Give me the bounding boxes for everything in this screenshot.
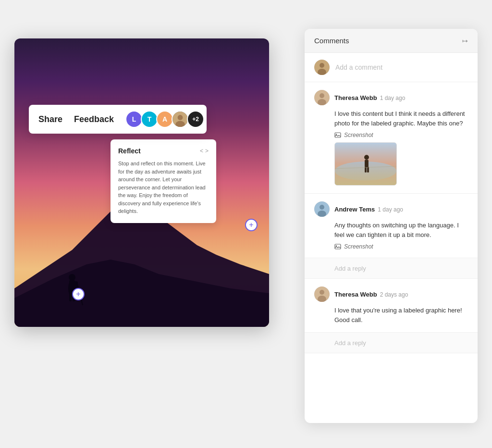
comment-2-header: Andrew Tems 1 day ago [314,201,468,217]
screenshot-icon-2 [334,243,341,250]
svg-rect-16 [335,133,341,137]
avatar-photo[interactable] [172,111,189,128]
add-annotation-button-2[interactable]: + [245,219,258,231]
reflect-text: Stop and reflect on this moment. Live fo… [118,160,209,215]
screenshot-content [335,142,396,186]
add-reply-row-3[interactable]: Add a reply [305,333,478,353]
add-comment-input[interactable]: Add a comment [335,63,468,71]
comment-3-meta: Theresa Webb 2 days ago [334,291,408,298]
add-reply-row-2[interactable]: Add a reply [305,258,478,279]
add-reply-input-2[interactable]: Add a reply [334,265,366,272]
theresa-avatar-icon-2 [314,286,330,302]
current-user-icon [314,60,330,75]
avatar-more[interactable]: +2 [187,111,204,128]
slide-canvas: Reflect < > Stop and reflect on this mom… [14,38,269,327]
comment-item-1: Theresa Webb 1 day ago I love this conte… [305,82,478,194]
add-annotation-button-3[interactable]: + [72,288,85,300]
comments-title: Comments [314,37,349,45]
share-button[interactable]: Share [38,114,62,124]
screenshot-preview-1 [334,142,397,186]
comment-3-author: Theresa Webb [334,291,377,298]
svg-point-26 [320,205,324,210]
comment-item-2: Andrew Tems 1 day ago Any thoughts on sw… [305,194,478,258]
comment-1-screenshot-label[interactable]: Screenshot [334,132,468,138]
comment-2-screenshot-label[interactable]: Screenshot [334,243,468,250]
comment-2-time: 1 day ago [378,206,403,213]
svg-rect-21 [365,160,369,167]
add-comment-row[interactable]: Add a comment [305,53,478,82]
comment-1-time: 1 day ago [380,95,406,101]
toolbar: Share Feedback L T A +2 [29,105,207,134]
next-arrow[interactable]: > [205,148,209,154]
comment-3-text: I love that you're using a labeled graph… [334,306,468,324]
avatar-T[interactable]: T [141,111,158,128]
feedback-button[interactable]: Feedback [74,114,114,124]
comment-item-3: Theresa Webb 2 days ago I love that you'… [305,279,478,333]
comments-body: Add a comment Theresa Webb 1 day ago I l… [305,53,478,423]
screenshot-icon [334,132,341,138]
comment-2-text: Any thoughts on switching up the languag… [334,221,468,239]
svg-point-4 [69,274,75,281]
avatar-L[interactable]: L [125,111,143,128]
comments-panel: Comments ↦ Add a comment [305,29,478,423]
svg-point-14 [320,93,324,98]
comment-1-avatar [314,90,330,105]
svg-point-31 [320,290,324,295]
screenshot-image [335,143,396,185]
reflect-nav-arrows[interactable]: < > [200,148,209,154]
comment-3-time: 2 days ago [380,291,408,298]
comment-2-author: Andrew Tems [334,206,375,213]
comment-3-avatar [314,286,330,302]
expand-panel-button[interactable]: ↦ [462,37,468,45]
collaborators-avatars: L T A +2 [125,111,204,128]
reflect-card-header: Reflect < > [118,147,209,155]
screenshot-label-2: Screenshot [344,243,373,250]
comments-header: Comments ↦ [305,29,478,53]
svg-point-11 [320,63,324,68]
svg-rect-28 [335,244,341,249]
reflect-card: Reflect < > Stop and reflect on this mom… [111,139,216,223]
reflect-title: Reflect [118,147,141,155]
add-reply-input-3[interactable]: Add a reply [334,339,366,347]
comment-1-author: Theresa Webb [334,94,377,101]
current-user-avatar [314,60,330,75]
prev-arrow[interactable]: < [200,148,203,154]
avatar-A[interactable]: A [156,111,173,128]
comment-1-header: Theresa Webb 1 day ago [314,90,468,105]
svg-point-1 [178,115,183,120]
comment-1-text: I love this content but I think it needs… [334,109,468,128]
andrew-avatar-icon [314,201,330,217]
comment-2-meta: Andrew Tems 1 day ago [334,206,403,213]
comment-3-header: Theresa Webb 2 days ago [314,286,468,302]
user-photo-icon [172,111,188,128]
comment-1-meta: Theresa Webb 1 day ago [334,94,405,101]
comment-2-avatar [314,201,330,217]
theresa-avatar-icon [314,90,330,105]
screenshot-label-1: Screenshot [344,132,373,138]
svg-point-2 [175,121,185,128]
svg-rect-8 [69,291,72,301]
svg-point-20 [364,155,369,160]
